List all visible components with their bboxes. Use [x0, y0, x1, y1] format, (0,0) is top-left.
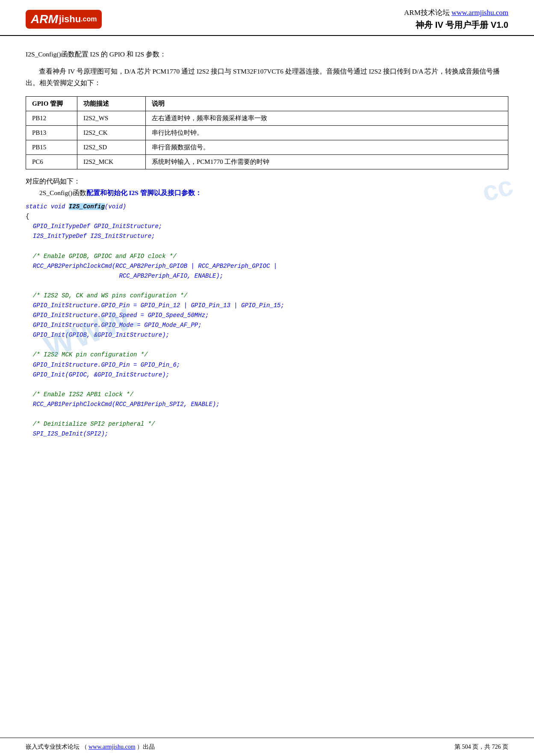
code-line-10: /* I2S2 SD, CK and WS pins configuration… — [26, 291, 508, 301]
page-container: ARM jishu .com ARM技术论坛 www.armjishu.com … — [0, 0, 534, 756]
code-line-1: static void I2S_Config(void) — [26, 202, 508, 212]
code-bold-line: 2S_Config()函数配置和初始化 I2S 管脚以及接口参数： — [26, 189, 508, 198]
code-line-18: GPIO_Init(GPIOC, &GPIO_InitStructure); — [26, 370, 508, 380]
table-cell-3-0: PC6 — [26, 155, 77, 169]
table-header-row: GPIO 管脚 功能描述 说明 — [26, 97, 508, 111]
logo-jishu-text: jishu — [59, 14, 81, 25]
two-s-prefix — [26, 189, 39, 196]
table-header-gpio: GPIO 管脚 — [26, 97, 77, 111]
code-intro: 对应的代码如下： — [26, 177, 508, 186]
footer-right: 第 504 页，共 726 页 — [454, 743, 508, 751]
table-row: PB12I2S2_WS左右通道时钟，频率和音频采样速率一致 — [26, 111, 508, 126]
code-line-21: RCC_APB1PeriphClockCmd(RCC_APB1Periph_SP… — [26, 400, 508, 409]
logo: ARM jishu .com — [26, 10, 102, 29]
code-line-20: /* Enable I2S2 APB1 clock */ — [26, 390, 508, 400]
footer: 嵌入式专业技术论坛 （ www.armjishu.com ）出品 第 504 页… — [0, 738, 534, 756]
code-line-8: RCC_APB2Periph_AFIO, ENABLE); — [26, 271, 508, 281]
table-cell-0-2: 左右通道时钟，频率和音频采样速率一致 — [146, 111, 508, 126]
table-cell-3-1: I2S2_MCK — [77, 155, 146, 169]
table-row: PB13I2S2_CK串行比特位时钟。 — [26, 126, 508, 140]
table-cell-0-0: PB12 — [26, 111, 77, 126]
bold-blue-text: 配置和初始化 I2S 管脚以及接口参数： — [86, 189, 202, 196]
table-header-desc: 说明 — [146, 97, 508, 111]
table-cell-2-1: I2S2_SD — [77, 140, 146, 155]
code-line-15 — [26, 340, 508, 350]
footer-left-after: ）出品 — [137, 744, 155, 750]
header-link[interactable]: www.armjishu.com — [451, 9, 508, 17]
code-line-13: GPIO_InitStructure.GPIO_Mode = GPIO_Mode… — [26, 320, 508, 330]
code-line-16: /* I2S2 MCK pin configuration */ — [26, 350, 508, 360]
table-cell-3-2: 系统时钟输入，PCM1770 工作需要的时钟 — [146, 155, 508, 169]
footer-left-text: 嵌入式专业技术论坛 （ — [26, 744, 87, 750]
code-line-5 — [26, 241, 508, 251]
code-line-9 — [26, 281, 508, 291]
logo-com-text: .com — [81, 15, 97, 23]
code-line-12: GPIO_InitStructure.GPIO_Speed = GPIO_Spe… — [26, 311, 508, 320]
code-line-11: GPIO_InitStructure.GPIO_Pin = GPIO_Pin_1… — [26, 301, 508, 311]
table-row: PB15I2S2_SD串行音频数据信号。 — [26, 140, 508, 155]
code-line-2: { — [26, 212, 508, 222]
logo-area: ARM jishu .com — [26, 10, 102, 29]
header-title-text: ARM技术论坛 — [404, 9, 450, 17]
code-line-19 — [26, 380, 508, 390]
code-line-24: SPI_I2S_DeInit(SPI2); — [26, 429, 508, 439]
logo-arm-text: ARM — [31, 12, 58, 26]
table-cell-2-0: PB15 — [26, 140, 77, 155]
table-cell-1-1: I2S2_CK — [77, 126, 146, 140]
table-cell-1-0: PB13 — [26, 126, 77, 140]
code-line-6: /* Enable GPIOB, GPIOC and AFIO clock */ — [26, 252, 508, 261]
code-line-22 — [26, 409, 508, 419]
code-line-7: RCC_APB2PeriphClockCmd(RCC_APB2Periph_GP… — [26, 261, 508, 271]
footer-link[interactable]: www.armjishu.com — [89, 744, 136, 750]
code-line-3: GPIO_InitTypeDef GPIO_InitStructure; — [26, 222, 508, 231]
main-content: I2S_Config()函数配置 I2S 的 GPIO 和 I2S 参数： 查看… — [0, 36, 534, 460]
table-cell-0-1: I2S2_WS — [77, 111, 146, 126]
header-title-line1: ARM技术论坛 www.armjishu.com — [404, 8, 508, 18]
header: ARM jishu .com ARM技术论坛 www.armjishu.com … — [0, 0, 534, 36]
code-block: static void I2S_Config(void) { GPIO_Init… — [26, 202, 508, 439]
header-title-line2: 神舟 IV 号用户手册 V1.0 — [404, 19, 508, 31]
table-row: PC6I2S2_MCK系统时钟输入，PCM1770 工作需要的时钟 — [26, 155, 508, 169]
footer-left: 嵌入式专业技术论坛 （ www.armjishu.com ）出品 — [26, 743, 155, 751]
intro-line1: I2S_Config()函数配置 I2S 的 GPIO 和 I2S 参数： — [26, 49, 508, 60]
code-line-4: I2S_InitTypeDef I2S_InitStructure; — [26, 231, 508, 241]
two-s-text: 2S_Config()函数 — [39, 189, 86, 196]
code-line-14: GPIO_Init(GPIOB, &GPIO_InitStructure); — [26, 330, 508, 340]
table-cell-2-2: 串行音频数据信号。 — [146, 140, 508, 155]
header-right: ARM技术论坛 www.armjishu.com 神舟 IV 号用户手册 V1.… — [404, 8, 508, 31]
table-header-func: 功能描述 — [77, 97, 146, 111]
gpio-table: GPIO 管脚 功能描述 说明 PB12I2S2_WS左右通道时钟，频率和音频采… — [26, 96, 508, 169]
code-line-17: GPIO_InitStructure.GPIO_Pin = GPIO_Pin_6… — [26, 360, 508, 370]
intro-paragraph: 查看神舟 IV 号原理图可知，D/A 芯片 PCM1770 通过 I2S2 接口… — [26, 66, 508, 89]
code-line-23: /* Deinitialize SPI2 peripheral */ — [26, 419, 508, 429]
table-cell-1-2: 串行比特位时钟。 — [146, 126, 508, 140]
